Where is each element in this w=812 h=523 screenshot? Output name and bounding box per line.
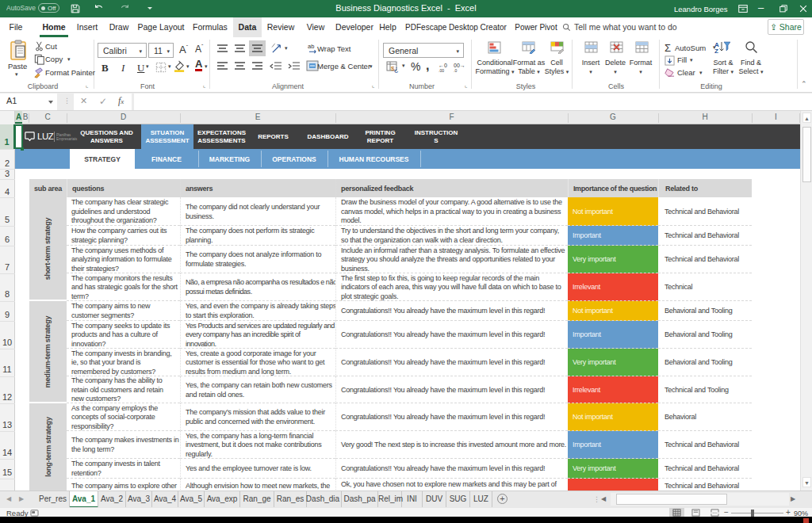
svg-text:00→: 00→ xyxy=(454,63,465,68)
svg-text:.0: .0 xyxy=(454,68,457,72)
svg-text:¿: ¿ xyxy=(394,65,399,73)
svg-text:←0: ←0 xyxy=(439,63,447,68)
svg-text:.00: .00 xyxy=(439,68,444,72)
svg-text:ab: ab xyxy=(308,43,314,50)
svg-text:Z: Z xyxy=(714,48,718,54)
